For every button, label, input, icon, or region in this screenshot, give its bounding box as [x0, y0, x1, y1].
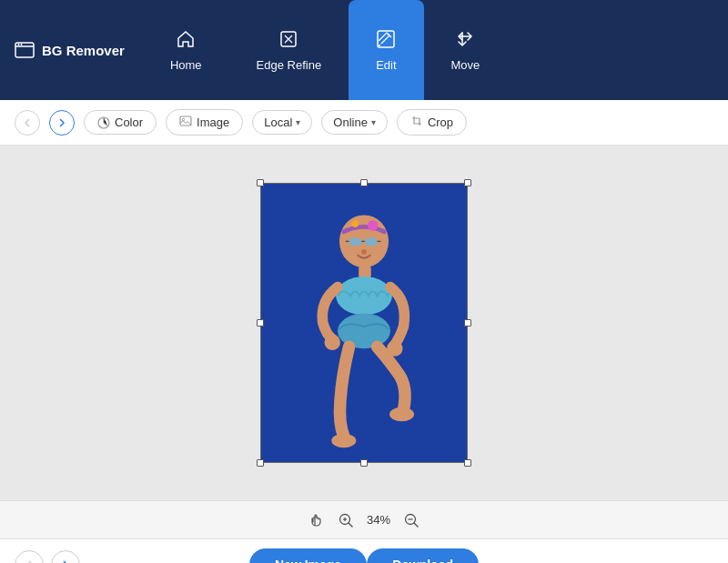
footer: New Image Download — [0, 538, 728, 563]
home-icon — [176, 29, 196, 53]
zoom-level: 34% — [367, 513, 390, 527]
image-icon — [179, 115, 192, 130]
crop-handle-bottom-mid[interactable] — [360, 459, 368, 467]
svg-point-2 — [21, 44, 23, 45]
nav-home-label: Home — [170, 58, 202, 72]
svg-point-23 — [387, 340, 402, 356]
edge-refine-icon — [278, 29, 298, 53]
color-button[interactable]: Color — [84, 110, 157, 135]
prev-button[interactable] — [15, 550, 44, 563]
nav-item-home[interactable]: Home — [143, 0, 229, 100]
brand-name: BG Remover — [42, 43, 125, 58]
nav-item-move[interactable]: Move — [424, 0, 508, 100]
svg-point-1 — [18, 44, 20, 45]
brand-icon — [15, 40, 35, 60]
local-dropdown[interactable]: Local ▾ — [252, 110, 312, 135]
nav-item-edit[interactable]: Edit — [349, 0, 423, 100]
hand-tool-button[interactable] — [308, 512, 325, 528]
color-icon — [97, 116, 110, 129]
svg-rect-12 — [349, 237, 362, 246]
new-image-button[interactable]: New Image — [249, 548, 367, 563]
nav-item-edge-refine[interactable]: Edge Refine — [229, 0, 349, 100]
svg-rect-17 — [359, 266, 371, 278]
zoom-in-button[interactable] — [338, 512, 354, 528]
image-button[interactable]: Image — [166, 109, 243, 136]
canvas-area — [0, 146, 728, 500]
crop-handle-top-mid[interactable] — [360, 179, 368, 186]
crop-label: Crop — [428, 116, 453, 129]
online-dropdown[interactable]: Online ▾ — [321, 110, 388, 135]
crop-handle-top-left[interactable] — [257, 179, 264, 186]
svg-point-24 — [361, 249, 367, 255]
forward-button[interactable] — [49, 110, 75, 136]
footer-wrapper: New Image Download — [0, 539, 728, 563]
zoom-out-button[interactable] — [403, 512, 420, 528]
crop-handle-top-right[interactable] — [464, 179, 471, 186]
image-background — [260, 183, 468, 463]
svg-line-31 — [414, 523, 418, 527]
crop-button[interactable]: Crop — [397, 109, 467, 136]
zoom-bar: 34% — [0, 500, 728, 538]
brand: BG Remover — [15, 40, 125, 60]
next-button[interactable] — [51, 550, 80, 563]
svg-point-21 — [389, 407, 414, 421]
crop-handle-right-mid[interactable] — [464, 319, 471, 327]
svg-point-20 — [331, 434, 356, 447]
navbar: BG Remover Home Edge Refine — [0, 0, 728, 100]
svg-point-10 — [368, 220, 379, 231]
back-button[interactable] — [15, 110, 40, 136]
local-label: Local — [264, 116, 292, 129]
image-container[interactable] — [260, 183, 468, 463]
image-label: Image — [197, 116, 229, 129]
crop-handle-bottom-left[interactable] — [257, 459, 264, 467]
nav-items: Home Edge Refine Edit — [143, 0, 507, 100]
crop-icon — [410, 115, 423, 130]
download-button[interactable]: Download — [367, 548, 479, 563]
svg-rect-13 — [365, 237, 378, 246]
svg-line-28 — [349, 523, 352, 527]
child-figure — [287, 199, 441, 454]
svg-point-22 — [325, 335, 340, 350]
crop-handle-bottom-right[interactable] — [464, 459, 471, 467]
crop-handle-left-mid[interactable] — [257, 319, 264, 327]
edit-icon — [376, 29, 396, 53]
svg-point-11 — [351, 220, 359, 227]
nav-edit-label: Edit — [376, 58, 396, 72]
color-label: Color — [115, 116, 143, 129]
local-chevron-icon: ▾ — [296, 117, 300, 127]
footer-nav — [15, 550, 80, 563]
toolbar: Color Image Local ▾ Online ▾ Crop — [0, 100, 728, 146]
nav-move-label: Move — [451, 58, 480, 72]
online-label: Online — [333, 116, 368, 129]
online-chevron-icon: ▾ — [371, 117, 376, 127]
svg-point-18 — [336, 276, 392, 315]
move-icon — [455, 29, 475, 53]
nav-edge-refine-label: Edge Refine — [257, 58, 322, 72]
